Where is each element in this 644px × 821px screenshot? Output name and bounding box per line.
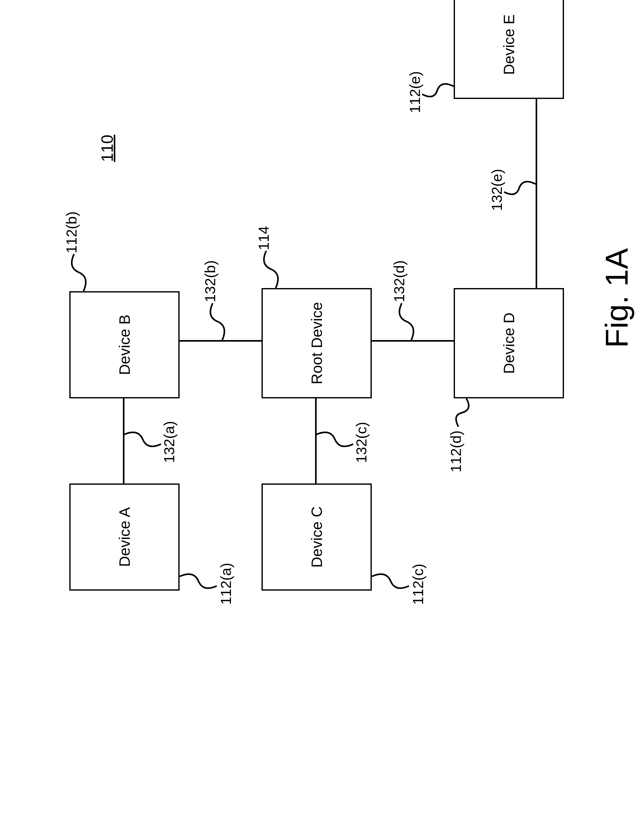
connector-d-e-ref: 132(e) [488, 169, 505, 211]
root-device-ref: 114 [255, 226, 272, 250]
figure-reference: 110 [98, 135, 117, 162]
connector-root-d-ref: 132(d) [391, 260, 408, 302]
connector-root-d-lead [397, 302, 430, 341]
device-c-label: Device C [308, 506, 325, 568]
device-e-box: Device E [454, 0, 564, 99]
device-e-ref: 112(e) [406, 71, 423, 113]
connector-a-b-ref: 132(a) [161, 421, 178, 463]
device-b-label: Device B [116, 315, 133, 375]
device-e-label: Device E [500, 14, 518, 75]
device-a-box: Device A [69, 483, 179, 591]
device-d-ref: 112(d) [448, 431, 465, 473]
root-device-label: Root Device [308, 302, 325, 384]
connector-c-root-lead [316, 417, 355, 449]
device-c-ref: 112(c) [409, 564, 426, 605]
device-c-box: Device C [262, 483, 372, 591]
connector-c-root-ref: 132(c) [353, 422, 370, 463]
device-d-box: Device D [454, 288, 564, 398]
device-d-lead [454, 389, 486, 424]
connector-d-e-lead [507, 165, 543, 196]
device-a-lead [179, 559, 219, 591]
connector-b-root-ref: 132(b) [202, 260, 219, 302]
connector-b-root-lead [208, 302, 241, 341]
figure-label: Fig. 1A [599, 248, 635, 348]
device-b-ref: 112(b) [63, 212, 80, 253]
device-d-label: Device D [500, 313, 518, 374]
device-b-box: Device B [69, 291, 179, 398]
root-device-lead [262, 250, 294, 288]
device-a-label: Device A [116, 507, 133, 567]
connector-a-b-lead [124, 417, 163, 449]
diagram-canvas: 110 Device A 112(a) Device B 112(b) Devi… [0, 0, 644, 644]
root-device-box: Root Device [262, 288, 372, 398]
device-b-lead [69, 253, 102, 291]
device-c-lead [372, 559, 411, 591]
device-a-ref: 112(a) [218, 563, 235, 605]
device-e-lead [425, 68, 461, 99]
